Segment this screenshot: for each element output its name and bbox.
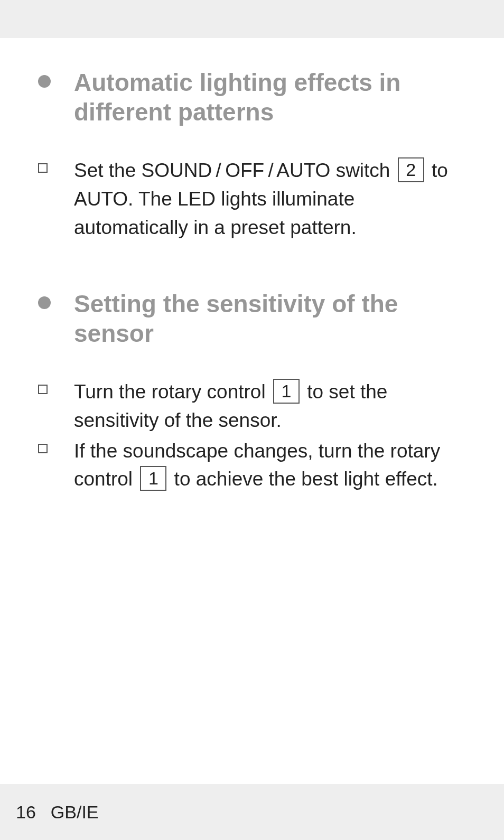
checkbox-col: [37, 378, 74, 394]
section-items: Turn the rotary control 1 to set the sen…: [37, 378, 467, 493]
checkbox-col: [37, 156, 74, 173]
section-heading-row: Automatic lighting effects in different …: [37, 68, 467, 127]
item-text: Turn the rotary control 1 to set the sen…: [74, 378, 467, 434]
item-text-post: to achieve the best light effect.: [169, 468, 437, 490]
section-auto-lighting: Automatic lighting effects in different …: [37, 68, 467, 241]
manual-page: Automatic lighting effects in different …: [0, 38, 504, 840]
circle-bullet-icon: [38, 296, 51, 309]
list-item: If the soundscape changes, turn the rota…: [37, 437, 467, 493]
section-heading: Setting the sensitivity of the sensor: [74, 289, 467, 348]
section-items: Set the SOUND / OFF / AUTO switch 2 to A…: [37, 156, 467, 241]
keycap-icon: 1: [140, 466, 166, 491]
page-number: 16: [16, 802, 36, 823]
section-heading-row: Setting the sensitivity of the sensor: [37, 289, 467, 348]
item-text-pre: Turn the rotary control: [74, 381, 271, 403]
section-bullet-col: [37, 289, 74, 309]
circle-bullet-icon: [38, 75, 51, 88]
checkbox-icon: [38, 385, 48, 394]
keycap-icon: 2: [398, 157, 424, 182]
item-text-pre: Set the SOUND / OFF / AUTO switch: [74, 160, 396, 181]
section-heading: Automatic lighting effects in different …: [74, 68, 467, 127]
section-bullet-col: [37, 68, 74, 88]
checkbox-col: [37, 437, 74, 453]
item-text: If the soundscape changes, turn the rota…: [74, 437, 467, 493]
keycap-icon: 1: [273, 379, 300, 404]
page-footer: 16 GB/IE: [0, 784, 504, 840]
checkbox-icon: [38, 163, 48, 173]
list-item: Set the SOUND / OFF / AUTO switch 2 to A…: [37, 156, 467, 241]
locale-label: GB/IE: [51, 802, 99, 823]
checkbox-icon: [38, 444, 48, 453]
item-text: Set the SOUND / OFF / AUTO switch 2 to A…: [74, 156, 467, 241]
list-item: Turn the rotary control 1 to set the sen…: [37, 378, 467, 434]
page-content: Automatic lighting effects in different …: [0, 38, 504, 493]
section-sensitivity: Setting the sensitivity of the sensor Tu…: [37, 289, 467, 493]
